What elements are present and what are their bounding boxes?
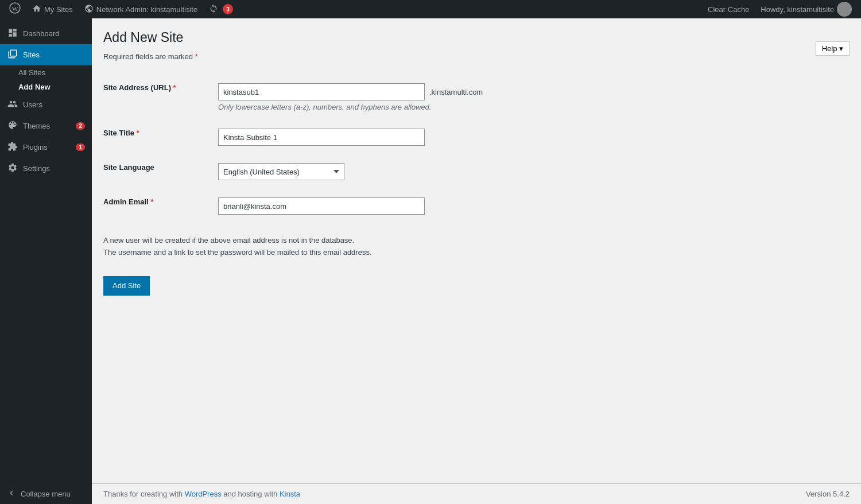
info-line1: A new user will be created if the above … [103,235,850,247]
site-language-row: Site Language English (United States) [103,154,620,189]
content-main: Help ▾ Add New Site Required fields are … [92,18,861,483]
add-new-label: Add New [18,83,51,91]
user-avatar-icon [837,2,852,17]
network-admin-label: Network Admin: kinstamultisite [96,5,197,14]
sidebar-sub-all-sites[interactable]: All Sites [0,65,92,80]
sidebar-sub-add-new[interactable]: Add New [0,80,92,94]
url-suffix: .kinstamulti.com [429,88,483,96]
admin-email-input[interactable] [218,197,425,215]
site-address-label-text: Site Address (URL) [103,83,171,92]
footer: Thanks for creating with WordPress and h… [92,483,861,504]
clear-cache-label: Clear Cache [708,5,749,14]
help-button[interactable]: Help ▾ [816,41,850,56]
page-title: Add New Site [103,30,850,45]
sidebar-item-themes[interactable]: Themes 2 [0,115,92,137]
site-title-label: Site Title * [103,129,139,137]
dashboard-icon [7,28,18,40]
sidebar-item-users[interactable]: Users [0,94,92,115]
admin-bar: W My Sites Network Admin: kinstamultisit… [0,0,861,18]
footer-text-before-wp: Thanks for creating with [103,490,185,498]
howdy-item[interactable]: Howdy, kinstamultisite [756,0,856,18]
site-title-row: Site Title * [103,120,620,154]
clear-cache-item[interactable]: Clear Cache [703,0,754,18]
admin-email-row: Admin Email * [103,189,620,223]
updates-icon [209,4,218,15]
network-admin-item[interactable]: Network Admin: kinstamultisite [80,0,202,18]
themes-label: Themes [23,122,50,130]
url-hint: Only lowercase letters (a-z), numbers, a… [218,103,620,111]
form-table: Site Address (URL) * .kinstamulti.com On… [103,75,620,223]
content-area: Help ▾ Add New Site Required fields are … [92,18,861,504]
site-address-label: Site Address (URL) * [103,83,176,92]
collapse-icon [7,489,16,499]
site-address-row: Site Address (URL) * .kinstamulti.com On… [103,75,620,120]
all-sites-label: All Sites [18,68,45,77]
sidebar-item-dashboard[interactable]: Dashboard [0,23,92,44]
collapse-label: Collapse menu [21,490,71,498]
adminbar-right: Clear Cache Howdy, kinstamultisite [703,0,856,18]
plugins-icon [7,141,18,153]
howdy-label: Howdy, kinstamultisite [761,5,834,14]
site-title-input[interactable] [218,129,425,146]
info-note: A new user will be created if the above … [103,235,850,259]
users-label: Users [23,100,42,109]
updates-item[interactable]: 3 [204,0,238,18]
updates-badge: 3 [223,4,233,14]
dashboard-label: Dashboard [23,29,60,38]
sites-icon [7,49,18,61]
site-title-star: * [137,129,139,137]
wp-logo-item[interactable]: W [5,0,25,18]
sidebar: Dashboard Sites All Sites Add New Users … [0,18,92,504]
adminbar-left: W My Sites Network Admin: kinstamultisit… [5,0,238,18]
admin-email-label: Admin Email * [103,197,153,206]
site-language-select[interactable]: English (United States) [218,163,344,180]
house-icon [32,4,41,15]
sidebar-item-sites[interactable]: Sites [0,44,92,65]
settings-label: Settings [23,164,50,173]
required-note-text: Required fields are marked [103,52,193,61]
my-sites-label: My Sites [44,5,73,14]
footer-version: Version 5.4.2 [806,490,850,498]
plugins-badge: 1 [76,144,85,151]
sidebar-item-settings[interactable]: Settings [0,158,92,179]
add-site-button[interactable]: Add Site [103,276,150,296]
themes-badge: 2 [76,122,85,130]
sidebar-item-plugins[interactable]: Plugins 1 [0,137,92,158]
my-sites-item[interactable]: My Sites [28,0,77,18]
svg-text:W: W [12,5,18,12]
themes-icon [7,120,18,132]
sites-label: Sites [23,51,40,59]
footer-credits: Thanks for creating with WordPress and h… [103,490,300,498]
site-language-label: Site Language [103,163,154,172]
site-language-label-text: Site Language [103,163,154,172]
site-title-label-text: Site Title [103,129,134,137]
url-input-row: .kinstamulti.com [218,83,620,100]
plugins-label: Plugins [23,143,48,152]
add-site-btn-label: Add Site [113,281,141,290]
wp-logo-icon: W [9,2,21,17]
site-address-input[interactable] [218,83,425,100]
admin-email-star: * [150,197,153,206]
required-note: Required fields are marked * [103,52,850,61]
settings-icon [7,162,18,175]
required-star: * [195,52,198,61]
wordpress-link[interactable]: WordPress [185,490,222,498]
collapse-menu-item[interactable]: Collapse menu [0,484,92,504]
site-address-star: * [173,83,176,92]
users-icon [7,99,18,111]
info-line2: The username and a link to set the passw… [103,247,850,259]
network-icon [84,4,94,15]
footer-text-between: and hosting with [223,490,280,498]
kinsta-link[interactable]: Kinsta [280,490,300,498]
help-label: Help ▾ [822,44,843,53]
admin-email-label-text: Admin Email [103,197,149,206]
